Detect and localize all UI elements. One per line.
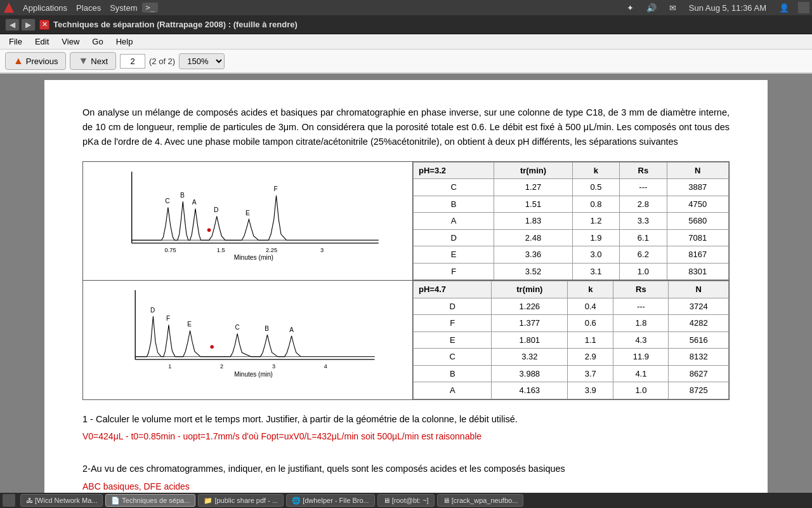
peak-label-c-1: C: [165, 197, 170, 204]
tray-email: ✉: [665, 2, 680, 14]
taskbar-item-crack[interactable]: 🖥 [crack_wpa_neufbo...: [437, 494, 524, 507]
col-k-1: k: [572, 162, 619, 179]
chroma-section: C B A D E F 0.75 1.5 2.25 3: [82, 161, 730, 400]
svg-text:B: B: [265, 325, 269, 332]
toolbar: ▲ Previous ▼ Next (2 of 2) 150% 100% 75%…: [0, 50, 812, 74]
titlebar: ◀ ▶ ✕ Techniques de séparation (Rattrapa…: [0, 15, 812, 34]
question-1-text: 1 - Calculer le volume mort et le temps …: [82, 413, 730, 427]
col-tr-1: tr(min): [494, 162, 572, 179]
previous-arrow-icon: ▲: [13, 55, 23, 67]
col-rs-1: Rs: [620, 162, 667, 179]
page-input[interactable]: [120, 54, 145, 69]
nav-arrows: ◀ ▶: [5, 18, 36, 31]
svg-point-5: [207, 228, 211, 232]
col-n-1: N: [667, 162, 728, 179]
question-2-answer: ABC basiques, DFE acides: [82, 480, 730, 493]
menu-places[interactable]: Places: [72, 2, 105, 14]
back-button[interactable]: ◀: [5, 18, 20, 31]
table-row: F3.523.11.08301: [414, 263, 729, 280]
intro-text: On analyse un mélange de composés acides…: [82, 105, 730, 150]
taskbar-item-techniques[interactable]: 📄 Techniques de sépa...: [105, 494, 195, 507]
col-k-2: k: [568, 281, 613, 298]
table-row: B3.9883.74.18627: [414, 365, 729, 382]
ph-header-2: pH=4.7: [414, 281, 492, 298]
svg-text:3: 3: [272, 363, 275, 370]
peak-label-d-1: D: [214, 206, 218, 213]
app-menubar: File Edit View Go Help: [0, 34, 812, 50]
svg-text:2.25: 2.25: [266, 247, 277, 253]
chromatogram-left: C B A D E F 0.75 1.5 2.25 3: [83, 162, 413, 399]
svg-marker-0: [4, 3, 14, 13]
forward-button[interactable]: ▶: [21, 18, 36, 31]
system-tray: ✦ 🔊 ✉ Sun Aug 5, 11:36 AM 👤: [623, 2, 809, 14]
col-rs-2: Rs: [613, 281, 669, 298]
svg-text:D: D: [150, 307, 155, 314]
svg-text:Minutes (min): Minutes (min): [234, 371, 273, 378]
table-row: D1.2260.4---3724: [414, 298, 729, 315]
menu-applications[interactable]: Applications: [19, 2, 71, 14]
zoom-select[interactable]: 150% 100% 75% 50%: [179, 53, 225, 69]
table-row: E1.8011.14.35616: [414, 331, 729, 349]
chromatogram-top: C B A D E F 0.75 1.5 2.25 3: [83, 162, 412, 281]
taskbar-item-dwhelper[interactable]: 🌐 [dwhelper - File Bro...: [286, 494, 375, 507]
svg-text:2: 2: [220, 363, 223, 370]
terminal-icon[interactable]: >_: [142, 3, 157, 13]
svg-text:A: A: [289, 326, 294, 333]
svg-text:E: E: [187, 321, 192, 328]
svg-text:1.5: 1.5: [217, 247, 225, 253]
taskbar-item-root[interactable]: 🖥 [root@bt: ~]: [377, 494, 435, 507]
question-1-answer: V0=424μL - t0=0.85min - uopt=1.7mm/s d'o…: [82, 430, 730, 443]
peak-label-f-1: F: [273, 185, 277, 192]
table-row: D2.481.96.17081: [414, 229, 729, 246]
previous-button[interactable]: ▲ Previous: [5, 52, 66, 70]
taskbar: 🖧 [Wicd Network Ma... 📄 Techniques de sé…: [0, 493, 812, 508]
col-tr-2: tr(min): [492, 281, 568, 298]
taskbar-item-wicd[interactable]: 🖧 [Wicd Network Ma...: [20, 494, 103, 507]
tray-speaker: 🔊: [643, 2, 660, 14]
svg-text:1: 1: [168, 363, 171, 370]
question-1: 1 - Calculer le volume mort et le temps …: [82, 413, 730, 444]
ph-header-1: pH=3.2: [414, 162, 494, 179]
svg-text:3: 3: [320, 247, 324, 253]
table-row: E3.363.06.28167: [414, 246, 729, 264]
peak-label-a-1: A: [192, 199, 197, 206]
table-right: pH=3.2 tr(min) k Rs N C1.270.5---3887B1.…: [413, 162, 729, 399]
previous-label: Previous: [26, 57, 58, 66]
svg-text:F: F: [166, 315, 170, 322]
table-ph32: pH=3.2 tr(min) k Rs N C1.270.5---3887B1.…: [413, 162, 729, 281]
content-area[interactable]: On analyse un mélange de composés acides…: [0, 74, 812, 493]
question-2-text: 2-Au vu de ces chromatogrammes, indiquer…: [82, 462, 730, 476]
table-row: C3.322.911.98132: [414, 349, 729, 366]
menu-go[interactable]: Go: [86, 36, 109, 48]
menu-view[interactable]: View: [55, 36, 86, 48]
next-label: Next: [91, 57, 108, 66]
page-info: (2 of 2): [149, 57, 175, 66]
table-row: A4.1633.91.08725: [414, 382, 729, 399]
menu-system[interactable]: System: [106, 2, 141, 14]
svg-text:Minutes (min): Minutes (min): [234, 254, 273, 261]
svg-point-21: [210, 345, 213, 349]
tray-extra: [798, 2, 809, 13]
peak-label-b-1: B: [180, 191, 185, 198]
table-row: B1.510.82.84750: [414, 196, 729, 213]
menu-file[interactable]: File: [3, 36, 29, 48]
start-button[interactable]: [3, 494, 15, 507]
top-menubar: Applications Places System >_ ✦ 🔊 ✉ Sun …: [0, 0, 812, 15]
next-arrow-icon: ▼: [78, 55, 88, 67]
taskbar-item-public[interactable]: 📁 [public share pdf - ...: [198, 494, 284, 507]
app-icon: [3, 1, 15, 14]
close-button[interactable]: ✕: [39, 20, 49, 30]
next-button[interactable]: ▼ Next: [70, 52, 116, 70]
table-row: A1.831.23.35680: [414, 213, 729, 230]
peak-label-e-1: E: [246, 209, 250, 216]
table-row: F1.3770.61.84282: [414, 315, 729, 332]
tray-user: 👤: [775, 2, 793, 14]
col-n-2: N: [669, 281, 729, 298]
menu-edit[interactable]: Edit: [29, 36, 55, 48]
tray-datetime: Sun Aug 5, 11:36 AM: [685, 2, 770, 14]
menu-help[interactable]: Help: [110, 36, 140, 48]
svg-text:C: C: [235, 324, 240, 331]
data-table-2: pH=4.7 tr(min) k Rs N D1.2260.4---3724F1…: [413, 281, 729, 399]
tray-dropbox: ✦: [623, 2, 638, 14]
pdf-page: On analyse un mélange de composés acides…: [44, 80, 768, 493]
